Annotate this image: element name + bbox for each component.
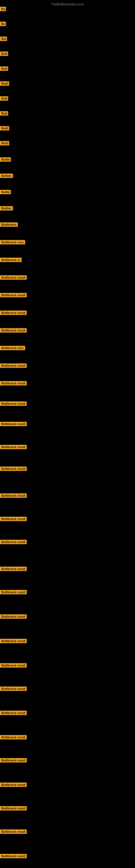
bottleneck-badge: Bottleneck result	[0, 758, 27, 763]
bottleneck-badge: Bottleneck	[0, 222, 18, 227]
bottleneck-badge: Bott	[0, 52, 8, 56]
badge-row: Bottleneck result	[0, 590, 27, 595]
bottleneck-badge: Bottleneck result	[0, 517, 27, 521]
bottleneck-badge: Bottleneck result	[0, 711, 27, 715]
badge-row: Bottl	[0, 141, 9, 147]
bottleneck-badge: Bottleneck result	[0, 311, 27, 315]
badge-row: Bottleneck result	[0, 830, 27, 835]
badge-row: Bottleneck result	[0, 275, 27, 281]
badge-row: Bottle	[0, 157, 11, 163]
badge-row: Bottleneck	[0, 222, 18, 228]
bottleneck-badge: Bottleneck result	[0, 782, 27, 787]
bottleneck-badge: Bottleneck result	[0, 445, 27, 449]
badge-row: Bo	[0, 22, 6, 27]
bottleneck-badge: Bottlen	[0, 174, 13, 178]
badge-row: Bottleneck result	[0, 735, 27, 741]
badge-row: Bott	[0, 66, 8, 72]
bottleneck-badge: Bottl	[0, 82, 9, 86]
badge-row: Bo	[0, 7, 6, 12]
badge-row: Bottlen	[0, 206, 13, 212]
badge-row: Bottleneck result	[0, 806, 27, 812]
bottleneck-badge: Bottleneck result	[0, 401, 27, 406]
bottleneck-badge: Bottle	[0, 157, 11, 162]
badge-row: Bottl	[0, 82, 9, 87]
badge-row: Bottleneck resu	[0, 240, 25, 246]
badge-row: Bottleneck result	[0, 401, 27, 407]
badge-row: Bottleneck result	[0, 540, 27, 545]
badge-row: Bottleneck result	[0, 614, 27, 620]
badge-row: Bot	[0, 37, 7, 42]
bottleneck-badge: Bot	[0, 37, 7, 41]
bottleneck-badge: Bottleneck result	[0, 639, 27, 643]
badge-row: Bottleneck re	[0, 258, 21, 263]
bottleneck-badge: Bottlen	[0, 206, 13, 211]
badge-row: Bottleneck result	[0, 567, 27, 572]
bottleneck-badge: Bott	[0, 111, 8, 116]
bottleneck-badge: Bottleneck result	[0, 275, 27, 280]
bottleneck-badge: Bottleneck resu	[0, 240, 25, 244]
bottleneck-badge: Bo	[0, 7, 6, 11]
bottleneck-badge: Bottleneck result	[0, 467, 27, 471]
badge-row: Bottleneck result	[0, 854, 27, 859]
bottleneck-badge: Bottleneck result	[0, 854, 27, 858]
badge-row: Bottleneck result	[0, 445, 27, 450]
badge-row: Bottlen	[0, 174, 13, 179]
bottleneck-badge: Bottleneck result	[0, 590, 27, 594]
badge-row: Bottleneck result	[0, 493, 27, 499]
badge-row: Bottle	[0, 190, 11, 195]
bottleneck-badge: Bottleneck result	[0, 663, 27, 668]
bottleneck-badge: Bottleneck result	[0, 830, 27, 834]
bottleneck-badge: Bottle	[0, 190, 11, 194]
badge-row: Bottleneck result	[0, 364, 27, 369]
bottleneck-badge: Bottleneck result	[0, 364, 27, 368]
badge-row: Bott	[0, 111, 8, 117]
bottleneck-badge: Bottl	[0, 141, 9, 145]
bottleneck-badge: Bott	[0, 96, 8, 101]
bottleneck-badge: Bottleneck result	[0, 614, 27, 619]
badge-row: Bottl	[0, 126, 9, 131]
badge-row: Bottleneck result	[0, 711, 27, 716]
bottleneck-badge: Bottl	[0, 126, 9, 130]
bottleneck-badge: Bottleneck result	[0, 328, 27, 333]
bottleneck-badge: Bottleneck result	[0, 381, 27, 385]
site-title: TheBottlenecker.com	[0, 0, 135, 7]
badge-row: Bottleneck result	[0, 293, 27, 299]
bottleneck-badge: Bott	[0, 66, 8, 71]
badge-row: Bottleneck result	[0, 467, 27, 472]
badge-row: Bott	[0, 96, 8, 102]
badge-row: Bottleneck resu	[0, 346, 25, 351]
bottleneck-badge: Bottleneck result	[0, 293, 27, 297]
badge-row: Bottleneck result	[0, 686, 27, 692]
badge-row: Bottleneck result	[0, 381, 27, 386]
bottleneck-badge: Bottleneck result	[0, 422, 27, 426]
badge-row: Bottleneck result	[0, 758, 27, 764]
badge-row: Bottleneck result	[0, 782, 27, 788]
badge-row: Bottleneck result	[0, 663, 27, 669]
bottleneck-badge: Bottleneck result	[0, 686, 27, 691]
badge-row: Bottleneck result	[0, 639, 27, 644]
bottleneck-badge: Bottleneck result	[0, 493, 27, 498]
badge-row: Bottleneck result	[0, 311, 27, 316]
badge-row: Bottleneck result	[0, 517, 27, 522]
badge-row: Bottleneck result	[0, 328, 27, 334]
bottleneck-badge: Bottleneck result	[0, 540, 27, 544]
bottleneck-badge: Bottleneck result	[0, 806, 27, 810]
bottleneck-badge: Bo	[0, 22, 6, 26]
bottleneck-badge: Bottleneck resu	[0, 346, 25, 350]
bottleneck-badge: Bottleneck re	[0, 258, 21, 262]
bottleneck-badge: Bottleneck result	[0, 735, 27, 739]
badge-row: Bottleneck result	[0, 422, 27, 427]
bottleneck-badge: Bottleneck result	[0, 567, 27, 571]
badge-row: Bott	[0, 52, 8, 57]
